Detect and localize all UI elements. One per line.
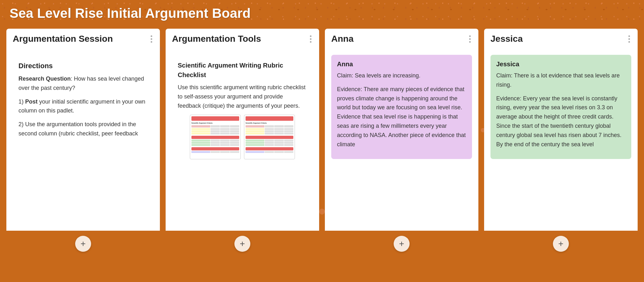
add-icon-2: + bbox=[240, 239, 245, 249]
board-area: Argumentation Session Directions Researc… bbox=[0, 25, 644, 258]
dot8 bbox=[469, 38, 471, 40]
add-button-row-1: + bbox=[6, 231, 160, 258]
column-menu-argumentation-session[interactable] bbox=[149, 34, 154, 44]
page-container: Sea Level Rise Initial Argument Board Ar… bbox=[0, 0, 644, 258]
add-button-row-3: + bbox=[325, 231, 478, 258]
dot10 bbox=[628, 35, 630, 37]
anna-card-body: Claim: Sea levels are increasing. Eviden… bbox=[337, 71, 466, 149]
column-cards-jessica: Jessica Claim: There is a lot evidence t… bbox=[484, 49, 638, 231]
jessica-evidence: Evidence: Every year the sea level is co… bbox=[496, 94, 626, 149]
column-title-anna: Anna bbox=[331, 34, 354, 44]
add-button-row-2: + bbox=[166, 231, 319, 258]
rubric-image-2: Scientific Argument Criteria bbox=[244, 115, 295, 159]
add-card-button-4[interactable]: + bbox=[553, 236, 569, 252]
column-menu-argumentation-tools[interactable] bbox=[309, 34, 313, 44]
dot9 bbox=[469, 41, 471, 43]
column-cards-argumentation-tools: Scientific Argument Writing Rubric Check… bbox=[166, 49, 319, 231]
column-argumentation-tools: Argumentation Tools Scientific Argument … bbox=[166, 29, 319, 258]
add-card-button-2[interactable]: + bbox=[234, 236, 250, 252]
rubric-description: Use this scientific argument writing rub… bbox=[178, 83, 307, 110]
jessica-claim: Claim: There is a lot evidence that sea … bbox=[496, 71, 626, 90]
column-header-jessica: Jessica bbox=[484, 29, 638, 49]
column-header-argumentation-tools: Argumentation Tools bbox=[166, 29, 319, 49]
anna-evidence: Evidence: There are many pieces of evide… bbox=[337, 85, 466, 149]
column-menu-anna[interactable] bbox=[468, 34, 472, 44]
column-cards-argumentation-session: Directions Research Question: How has se… bbox=[6, 49, 160, 231]
add-button-row-4: + bbox=[484, 231, 638, 258]
dot5 bbox=[310, 38, 311, 40]
dot1 bbox=[151, 35, 152, 37]
column-argumentation-session: Argumentation Session Directions Researc… bbox=[6, 29, 160, 258]
directions-card: Directions Research Question: How has se… bbox=[13, 55, 154, 148]
column-anna: Anna Anna Claim: Sea levels are increasi… bbox=[325, 29, 478, 258]
column-title-argumentation-tools: Argumentation Tools bbox=[172, 34, 261, 44]
rubric-card-body: Use this scientific argument writing rub… bbox=[178, 83, 307, 110]
dot2 bbox=[151, 38, 152, 40]
directions-title: Directions bbox=[18, 61, 148, 71]
anna-card-title: Anna bbox=[337, 61, 466, 68]
column-cards-anna: Anna Claim: Sea levels are increasing. E… bbox=[325, 49, 478, 231]
add-card-button-1[interactable]: + bbox=[75, 236, 91, 252]
rubric-image-1: Scientific Argument Criteria bbox=[190, 115, 241, 159]
jessica-card: Jessica Claim: There is a lot evidence t… bbox=[490, 55, 631, 159]
dot3 bbox=[151, 41, 152, 43]
dot7 bbox=[469, 35, 471, 37]
add-icon-4: + bbox=[558, 239, 563, 249]
direction-2: 2) Use the argumentation tools provided … bbox=[18, 120, 148, 138]
anna-claim: Claim: Sea levels are increasing. bbox=[337, 71, 466, 80]
rubric-card: Scientific Argument Writing Rubric Check… bbox=[172, 55, 313, 165]
jessica-card-title: Jessica bbox=[496, 61, 626, 68]
add-icon-3: + bbox=[399, 239, 404, 249]
anna-card: Anna Claim: Sea levels are increasing. E… bbox=[331, 55, 472, 159]
jessica-card-body: Claim: There is a lot evidence that sea … bbox=[496, 71, 626, 149]
directions-body: Research Question: How has sea level cha… bbox=[18, 74, 148, 138]
page-header: Sea Level Rise Initial Argument Board bbox=[0, 0, 644, 25]
page-title: Sea Level Rise Initial Argument Board bbox=[10, 6, 634, 21]
dot6 bbox=[310, 41, 311, 43]
dot12 bbox=[628, 41, 630, 43]
add-icon-1: + bbox=[81, 239, 86, 249]
research-question-text: Research Question: How has sea level cha… bbox=[18, 74, 148, 93]
direction-1: 1) Post your initial scientific argument… bbox=[18, 97, 148, 116]
rubric-images: Scientific Argument Criteria bbox=[178, 115, 307, 159]
dot11 bbox=[628, 38, 630, 40]
column-title-jessica: Jessica bbox=[490, 34, 523, 44]
column-jessica: Jessica Jessica Claim: There is a lot ev… bbox=[484, 29, 638, 258]
column-title-argumentation-session: Argumentation Session bbox=[13, 34, 113, 44]
column-header-argumentation-session: Argumentation Session bbox=[6, 29, 160, 49]
post-label: Post bbox=[25, 98, 38, 105]
dot4 bbox=[310, 35, 311, 37]
rubric-card-title: Scientific Argument Writing Rubric Check… bbox=[178, 61, 307, 80]
column-header-anna: Anna bbox=[325, 29, 478, 49]
research-question-label: Research Question bbox=[18, 76, 71, 82]
add-card-button-3[interactable]: + bbox=[394, 236, 410, 252]
column-menu-jessica[interactable] bbox=[627, 34, 631, 44]
